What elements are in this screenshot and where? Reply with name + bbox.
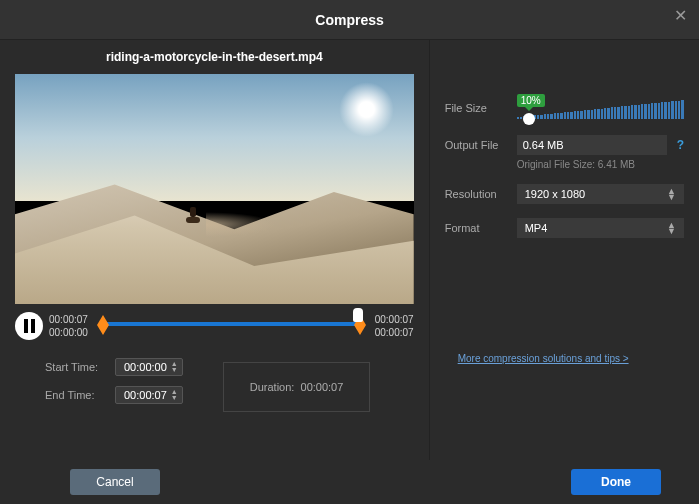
resolution-value: 1920 x 1080: [525, 188, 586, 200]
video-dust: [206, 212, 276, 237]
playhead[interactable]: [353, 308, 363, 322]
video-preview[interactable]: [15, 74, 414, 304]
dialog-title: Compress: [315, 12, 383, 28]
filename-label: riding-a-motorcycle-in-the-desert.mp4: [15, 50, 414, 64]
time-current-left: 00:00:07: [49, 314, 97, 325]
close-icon[interactable]: ✕: [674, 6, 687, 25]
format-value: MP4: [525, 222, 548, 234]
video-sun: [339, 82, 394, 137]
pause-button[interactable]: [15, 312, 43, 340]
time-fields: Start Time: 00:00:00 ▲▼ End Time: 00:00:…: [45, 358, 183, 404]
time-total-right: 00:00:07: [366, 327, 414, 338]
main-content: riding-a-motorcycle-in-the-desert.mp4 00…: [0, 40, 699, 460]
trim-end-marker-b[interactable]: [354, 325, 366, 335]
format-select[interactable]: MP4 ▲▼: [517, 218, 684, 238]
time-start-left: 00:00:00: [49, 327, 97, 338]
outputfile-label: Output File: [445, 139, 507, 151]
outputfile-input[interactable]: [517, 135, 667, 155]
duration-label: Duration:: [250, 381, 295, 393]
time-current-right: 00:00:07: [366, 314, 414, 325]
slider-thumb[interactable]: [523, 113, 535, 125]
resolution-label: Resolution: [445, 188, 507, 200]
original-size-hint: Original File Size: 6.41 MB: [517, 159, 684, 170]
time-left-labels: 00:00:07 00:00:00: [49, 314, 97, 338]
duration-box: Duration: 00:00:07: [223, 362, 371, 412]
timeline-progress: [103, 322, 360, 326]
resolution-select[interactable]: 1920 x 1080 ▲▼: [517, 184, 684, 204]
video-rider: [186, 207, 200, 225]
chevron-updown-icon: ▲▼: [667, 188, 676, 200]
filesize-label: File Size: [445, 102, 507, 114]
stepper-arrows-icon[interactable]: ▲▼: [171, 361, 178, 373]
duration-value: 00:00:07: [301, 381, 344, 393]
trim-start-marker[interactable]: [97, 315, 109, 325]
help-icon[interactable]: ?: [677, 138, 684, 152]
done-button[interactable]: Done: [571, 469, 661, 495]
start-time-label: Start Time:: [45, 361, 105, 373]
format-label: Format: [445, 222, 507, 234]
timeline-track[interactable]: [103, 314, 360, 338]
stepper-arrows-icon[interactable]: ▲▼: [171, 389, 178, 401]
resolution-row: Resolution 1920 x 1080 ▲▼: [445, 184, 684, 204]
outputfile-row: Output File ?: [445, 135, 684, 155]
filesize-row: File Size 10%: [445, 95, 684, 121]
pause-icon: [24, 319, 35, 333]
titlebar: Compress ✕: [0, 0, 699, 40]
end-time-row: End Time: 00:00:07 ▲▼: [45, 386, 183, 404]
right-panel: File Size 10% Output File ? Original Fil…: [430, 40, 699, 460]
footer: Cancel Done: [0, 460, 699, 504]
end-time-stepper[interactable]: 00:00:07 ▲▼: [115, 386, 183, 404]
time-right-labels: 00:00:07 00:00:07: [366, 314, 414, 338]
time-editors: Start Time: 00:00:00 ▲▼ End Time: 00:00:…: [45, 358, 414, 412]
start-time-row: Start Time: 00:00:00 ▲▼: [45, 358, 183, 376]
chevron-updown-icon: ▲▼: [667, 222, 676, 234]
trim-start-marker-b[interactable]: [97, 325, 109, 335]
cancel-button[interactable]: Cancel: [70, 469, 160, 495]
more-tips-link[interactable]: More compression solutions and tips >: [458, 353, 629, 364]
end-time-value: 00:00:07: [120, 389, 171, 401]
format-row: Format MP4 ▲▼: [445, 218, 684, 238]
start-time-value: 00:00:00: [120, 361, 171, 373]
timeline: 00:00:07 00:00:00 00:00:07 00:00:07: [15, 312, 414, 340]
left-panel: riding-a-motorcycle-in-the-desert.mp4 00…: [0, 40, 430, 460]
filesize-slider[interactable]: 10%: [517, 95, 684, 121]
start-time-stepper[interactable]: 00:00:00 ▲▼: [115, 358, 183, 376]
slider-bars-icon: [517, 101, 684, 119]
end-time-label: End Time:: [45, 389, 105, 401]
